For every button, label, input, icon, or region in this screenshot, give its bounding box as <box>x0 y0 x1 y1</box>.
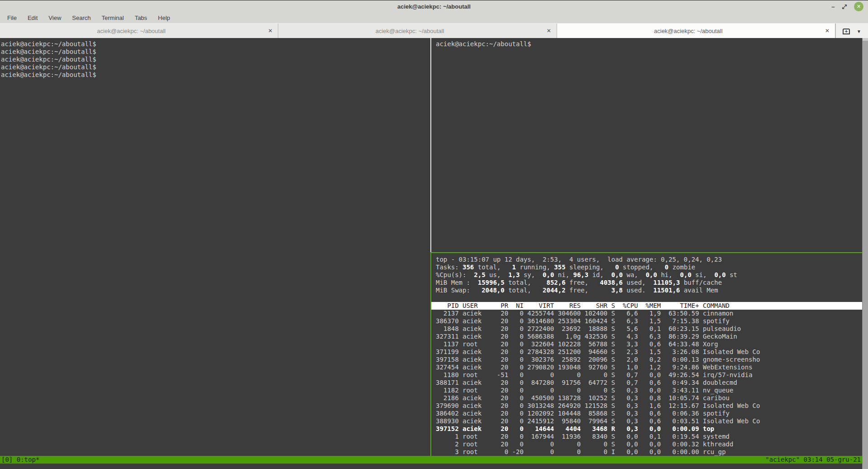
tab-1-close-icon[interactable]: ✕ <box>262 28 278 34</box>
process-row: 397152 aciek 20 0 14644 4404 3468 R 0,3 … <box>431 425 862 433</box>
menu-item-edit[interactable]: Edit <box>22 12 43 23</box>
prompt-line: aciek@aciekpc:~/aboutall$ <box>1 48 430 56</box>
process-row: 1848 aciek 20 0 2722400 23692 18888 S 5,… <box>431 325 862 333</box>
process-row: 2137 aciek 20 0 4255744 304600 102400 S … <box>431 310 862 317</box>
process-row: 386370 aciek 20 0 3614680 253304 160424 … <box>431 317 862 325</box>
menu-item-file[interactable]: File <box>2 12 22 23</box>
titlebar: aciek@aciekpc: ~/aboutall – ⤢ ✕ <box>0 0 868 12</box>
tab-list-dropdown-button[interactable]: ▼ <box>857 27 861 35</box>
top-summary-line: MiB Swap: 2048,0 total, 2044,2 free, 3,8… <box>431 287 862 294</box>
minimize-icon: – <box>831 4 835 10</box>
process-row: 386402 aciek 20 0 1202092 104448 85868 S… <box>431 410 862 417</box>
restore-icon: ⤢ <box>842 4 847 10</box>
top-summary-line: MiB Mem : 15996,5 total, 852,6 free, 403… <box>431 279 862 287</box>
process-row: 1 root 20 0 167944 11936 8340 S 0,0 0,1 … <box>431 433 862 440</box>
process-row: 379690 aciek 20 0 3013248 264920 121528 … <box>431 402 862 410</box>
process-row: 388171 aciek 20 0 847280 91756 64772 S 0… <box>431 379 862 387</box>
process-row: 327454 aciek 20 0 2790820 193048 92760 S… <box>431 364 862 371</box>
tab-3-close-icon[interactable]: ✕ <box>820 28 835 34</box>
process-row: 3 root 0 -20 0 0 0 I 0,0 0,0 0:00.00 rcu… <box>431 448 862 456</box>
prompt-line: aciek@aciekpc:~/aboutall$ <box>1 71 430 79</box>
dropdown-caret-icon: ▼ <box>857 29 861 34</box>
menu-item-terminal[interactable]: Terminal <box>96 12 129 23</box>
tmux-status-left: [0] 0:top* <box>1 456 39 464</box>
close-button[interactable]: ✕ <box>854 2 863 11</box>
process-row: 388930 aciek 20 0 2415912 95840 79964 S … <box>431 417 862 425</box>
menu-item-view[interactable]: View <box>43 12 67 23</box>
close-icon: ✕ <box>857 4 861 9</box>
right-top-terminal-pane[interactable]: aciek@aciekpc:~/aboutall$ <box>431 38 862 252</box>
scrollbar[interactable] <box>862 38 868 469</box>
tmux-status-bar: [0] 0:top* "aciekpc" 03:14 05-gru-21 <box>0 456 862 464</box>
menu-item-search[interactable]: Search <box>67 12 96 23</box>
new-tab-icon: + <box>843 29 850 34</box>
process-row: 1180 root -51 0 0 0 0 S 0,7 0,0 49:26.54… <box>431 371 862 379</box>
blank-line <box>431 294 862 302</box>
tab-1-label: aciek@aciekpc: ~/aboutall <box>0 28 262 34</box>
process-row: 371199 aciek 20 0 2784328 251200 94660 S… <box>431 348 862 356</box>
process-row: 1137 root 20 0 322604 102228 56788 S 3,3… <box>431 340 862 348</box>
new-tab-button[interactable]: + <box>843 27 850 35</box>
top-summary-line: Tasks: 356 total, 1 running, 355 sleepin… <box>431 263 862 271</box>
process-row: 327311 aciek 20 0 5686388 1,0g 432536 S … <box>431 333 862 340</box>
top-summary-line: %Cpu(s): 2,5 us, 1,3 sy, 0,0 ni, 96,3 id… <box>431 271 862 279</box>
menu-item-tabs[interactable]: Tabs <box>129 12 153 23</box>
right-bottom-terminal-pane[interactable]: top - 03:15:07 up 12 days, 2:53, 4 users… <box>431 253 862 456</box>
top-header-row: PID USER PR NI VIRT RES SHR S %CPU %MEM … <box>431 302 862 310</box>
top-summary-line: top - 03:15:07 up 12 days, 2:53, 4 users… <box>431 256 862 263</box>
window-controls: – ⤢ ✕ <box>831 0 863 12</box>
tab-1[interactable]: aciek@aciekpc: ~/aboutall ✕ <box>0 24 278 38</box>
tab-3[interactable]: aciek@aciekpc: ~/aboutall ✕ <box>557 24 835 38</box>
tab-2[interactable]: aciek@aciekpc: ~/aboutall ✕ <box>278 24 557 38</box>
process-row: 1182 root 20 0 0 0 0 S 0,3 0,0 3:43.11 n… <box>431 387 862 394</box>
tab-2-close-icon[interactable]: ✕ <box>541 28 557 34</box>
tmux-status-right: "aciekpc" 03:14 05-gru-21 <box>765 456 861 464</box>
window-title: aciek@aciekpc: ~/aboutall <box>397 3 471 10</box>
restore-button[interactable]: ⤢ <box>842 4 847 10</box>
prompt-line: aciek@aciekpc:~/aboutall$ <box>1 40 430 48</box>
tab-3-label: aciek@aciekpc: ~/aboutall <box>557 28 820 34</box>
top-summary: top - 03:15:07 up 12 days, 2:53, 4 users… <box>431 256 862 294</box>
minimize-button[interactable]: – <box>831 4 835 10</box>
tab-actions: + ▼ <box>835 24 868 38</box>
prompt-line: aciek@aciekpc:~/aboutall$ <box>436 40 862 48</box>
tab-2-label: aciek@aciekpc: ~/aboutall <box>278 28 541 34</box>
menubar: File Edit View Search Terminal Tabs Help <box>0 12 868 23</box>
tab-bar: aciek@aciekpc: ~/aboutall ✕ aciek@aciekp… <box>0 23 868 38</box>
process-row: 2186 aciek 20 0 450500 138728 10252 S 0,… <box>431 394 862 402</box>
process-rows: 2137 aciek 20 0 4255744 304600 102400 S … <box>431 310 862 456</box>
prompt-line: aciek@aciekpc:~/aboutall$ <box>1 63 430 71</box>
left-terminal-pane[interactable]: aciek@aciekpc:~/aboutall$aciek@aciekpc:~… <box>0 38 430 456</box>
terminal-window: aciek@aciekpc: ~/aboutall – ⤢ ✕ File Edi… <box>0 0 868 469</box>
menu-item-help[interactable]: Help <box>153 12 176 23</box>
terminal-area: aciek@aciekpc:~/aboutall$aciek@aciekpc:~… <box>0 38 868 469</box>
prompt-line: aciek@aciekpc:~/aboutall$ <box>1 56 430 63</box>
process-row: 397158 aciek 20 0 302376 25892 20096 S 2… <box>431 356 862 364</box>
process-row: 2 root 20 0 0 0 0 S 0,0 0,0 0:00.32 kthr… <box>431 440 862 448</box>
